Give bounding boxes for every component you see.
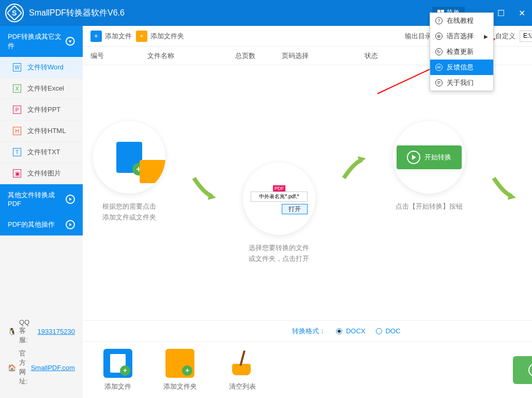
start-convert-button[interactable]: 开始转换 [513,356,532,384]
help-icon: ? [435,17,443,24]
sidebar-section-topdf[interactable]: 其他文件转换成PDF [0,184,83,214]
menu-language[interactable]: ⊕语言选择▶ [430,28,493,44]
plus-icon: + [136,31,147,42]
bottom-clear[interactable]: 清空列表 [228,349,257,391]
word-icon: W [13,63,21,71]
workspace: 根据您的需要点击 添加文件或文件夹 PDF 中外著名寓*.pdf,* 打开 选择… [83,65,532,320]
excel-icon: X [13,84,21,93]
app-window: S SmallPDF转换器软件V6.6 菜单 ─ ☐ ✕ ?在线教程 ⊕语言选择… [0,0,532,398]
sidebar-item-txt[interactable]: T文件转TXT [0,142,83,163]
menu-feedback[interactable]: ✉反馈信息 [430,60,493,75]
info-icon: P [435,79,443,86]
menu-about[interactable]: P关于我们 [430,75,493,91]
home-icon: 🏠 [8,364,16,372]
step-1: 根据您的需要点击 添加文件或文件夹 [83,121,176,223]
chevron-right-icon [66,195,74,204]
app-logo: S [5,4,24,22]
qq-link[interactable]: 1933175230 [38,328,75,335]
add-file-button[interactable]: +添加文件 [90,31,132,42]
arrow-icon [191,173,217,204]
radio-docx[interactable]: DOCX [336,327,366,335]
titlebar: S SmallPDF转换器软件V6.6 菜单 ─ ☐ ✕ ?在线教程 ⊕语言选择… [0,0,532,26]
play-icon [407,151,420,164]
qq-icon: 🐧 [8,328,16,335]
chevron-right-icon: ▶ [484,34,488,39]
th-pages: 总页数 [235,51,282,61]
txt-icon: T [13,148,21,156]
chevron-down-icon [66,37,75,46]
th-id: 编号 [90,51,147,61]
bottom-bar: + 添加文件 + 添加文件夹 清空列表 [83,341,532,398]
path-input[interactable] [520,31,532,42]
image-icon: ▣ [13,169,21,178]
sidebar-item-word[interactable]: W文件转Word [0,57,83,78]
plus-icon: + [90,31,102,42]
folder-add-icon: + [165,349,194,378]
chevron-right-icon [66,220,75,229]
th-name: 文件名称 [147,51,235,61]
sidebar-header[interactable]: PDF转换成其它文件 [0,26,83,57]
arrow-icon [341,152,367,183]
sidebar-item-image[interactable]: ▣文件转图片 [0,163,83,184]
broom-icon [228,349,257,378]
format-label: 转换格式： [292,327,326,336]
feedback-icon: ✉ [435,64,443,71]
menu-tutorial[interactable]: ?在线教程 [430,13,493,28]
format-bar: 转换格式： DOCX DOC [83,320,532,341]
add-folder-button[interactable]: +添加文件夹 [136,31,184,42]
convert-button-preview: 开始转换 [397,145,462,169]
document-icon [116,142,142,173]
dropdown-menu: ?在线教程 ⊕语言选择▶ ↻检查更新 ✉反馈信息 P关于我们 [430,12,494,91]
bottom-add-file[interactable]: + 添加文件 [103,349,132,391]
sidebar-item-ppt[interactable]: P文件转PPT [0,99,83,121]
sidebar: PDF转换成其它文件 W文件转Word X文件转Excel P文件转PPT H文… [0,26,83,398]
sidebar-footer: 🐧QQ 客服:1933175230 🏠官方网址:SmallPDF.com [0,311,83,398]
sidebar-item-html[interactable]: H文件转HTML [0,121,83,142]
sidebar-item-excel[interactable]: X文件转Excel [0,78,83,99]
th-range: 页码选择 [282,51,364,61]
menu-update[interactable]: ↻检查更新 [430,44,493,60]
sidebar-section-other[interactable]: PDF的其他操作 [0,214,83,235]
open-button[interactable]: 打开 [282,204,308,214]
document-add-icon: + [103,349,132,378]
bottom-add-folder[interactable]: + 添加文件夹 [163,349,197,391]
ppt-icon: P [13,106,21,114]
site-link[interactable]: SmallPDF.com [31,364,75,372]
html-icon: H [13,127,21,135]
step-3: 开始转换 点击【开始转换】按钮 [383,121,476,212]
globe-icon: ⊕ [435,33,443,40]
folder-icon [140,160,165,183]
arrow-icon [491,173,517,204]
refresh-icon: ↻ [435,48,443,55]
radio-doc[interactable]: DOC [376,327,401,335]
close-button[interactable]: ✕ [511,3,532,23]
play-icon [528,363,532,377]
maximize-button[interactable]: ☐ [491,3,511,23]
app-title: SmallPDF转换器软件V6.6 [29,8,125,19]
step-2: PDF 中外著名寓*.pdf,* 打开 选择您要转换的文件 或文件夹，点击打开 [233,163,326,264]
